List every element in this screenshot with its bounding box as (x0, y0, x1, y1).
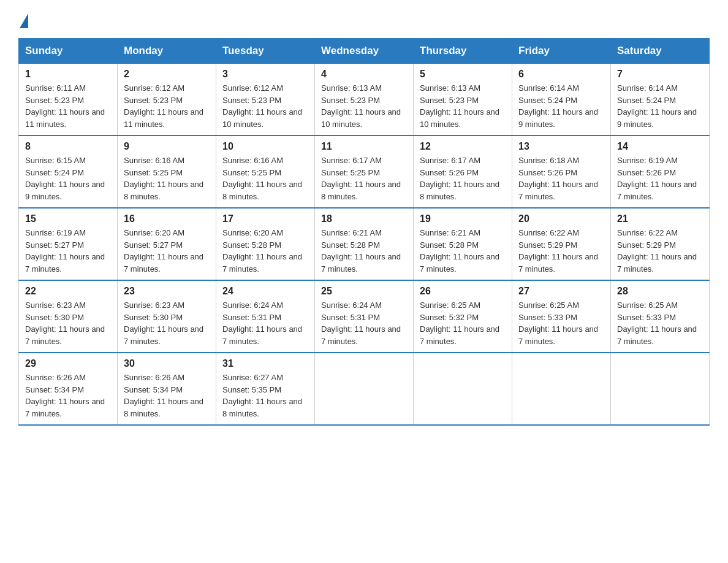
col-monday: Monday (118, 39, 216, 64)
table-row: 27Sunrise: 6:25 AMSunset: 5:33 PMDayligh… (512, 280, 611, 353)
day-number: 3 (222, 69, 308, 80)
day-number: 11 (321, 141, 407, 152)
day-number: 21 (617, 213, 703, 224)
day-number: 9 (124, 141, 210, 152)
table-row: 26Sunrise: 6:25 AMSunset: 5:32 PMDayligh… (414, 280, 512, 353)
day-info: Sunrise: 6:21 AMSunset: 5:28 PMDaylight:… (420, 227, 506, 275)
day-number: 5 (420, 69, 506, 80)
day-number: 30 (124, 358, 210, 369)
day-info: Sunrise: 6:14 AMSunset: 5:24 PMDaylight:… (617, 82, 703, 130)
col-friday: Friday (512, 39, 611, 64)
day-number: 17 (222, 213, 308, 224)
day-info: Sunrise: 6:20 AMSunset: 5:27 PMDaylight:… (124, 227, 210, 275)
day-number: 24 (222, 286, 308, 297)
col-wednesday: Wednesday (315, 39, 414, 64)
table-row: 5Sunrise: 6:13 AMSunset: 5:23 PMDaylight… (414, 64, 512, 136)
table-row: 14Sunrise: 6:19 AMSunset: 5:26 PMDayligh… (611, 136, 710, 208)
day-info: Sunrise: 6:25 AMSunset: 5:32 PMDaylight:… (420, 299, 506, 347)
day-number: 8 (25, 141, 111, 152)
day-info: Sunrise: 6:27 AMSunset: 5:35 PMDaylight:… (222, 372, 308, 419)
day-info: Sunrise: 6:23 AMSunset: 5:30 PMDaylight:… (124, 299, 210, 347)
day-number: 14 (617, 141, 703, 152)
table-row: 15Sunrise: 6:19 AMSunset: 5:27 PMDayligh… (19, 208, 118, 280)
day-number: 19 (420, 213, 506, 224)
day-info: Sunrise: 6:26 AMSunset: 5:34 PMDaylight:… (25, 372, 111, 419)
day-info: Sunrise: 6:12 AMSunset: 5:23 PMDaylight:… (124, 82, 210, 130)
col-thursday: Thursday (414, 39, 512, 64)
table-row: 13Sunrise: 6:18 AMSunset: 5:26 PMDayligh… (512, 136, 611, 208)
table-row: 24Sunrise: 6:24 AMSunset: 5:31 PMDayligh… (216, 280, 315, 353)
day-info: Sunrise: 6:12 AMSunset: 5:23 PMDaylight:… (222, 82, 308, 130)
day-info: Sunrise: 6:15 AMSunset: 5:24 PMDaylight:… (25, 155, 111, 202)
calendar-week-row: 29Sunrise: 6:26 AMSunset: 5:34 PMDayligh… (19, 353, 710, 425)
calendar-week-row: 15Sunrise: 6:19 AMSunset: 5:27 PMDayligh… (19, 208, 710, 280)
day-info: Sunrise: 6:22 AMSunset: 5:29 PMDaylight:… (617, 227, 703, 275)
day-number: 10 (222, 141, 308, 152)
table-row: 20Sunrise: 6:22 AMSunset: 5:29 PMDayligh… (512, 208, 611, 280)
calendar-week-row: 8Sunrise: 6:15 AMSunset: 5:24 PMDaylight… (19, 136, 710, 208)
table-row: 12Sunrise: 6:17 AMSunset: 5:26 PMDayligh… (414, 136, 512, 208)
table-row (414, 353, 512, 425)
page-header (18, 12, 710, 26)
table-row: 8Sunrise: 6:15 AMSunset: 5:24 PMDaylight… (19, 136, 118, 208)
day-number: 7 (617, 69, 703, 80)
day-number: 26 (420, 286, 506, 297)
day-info: Sunrise: 6:17 AMSunset: 5:25 PMDaylight:… (321, 155, 407, 202)
day-info: Sunrise: 6:21 AMSunset: 5:28 PMDaylight:… (321, 227, 407, 275)
day-info: Sunrise: 6:14 AMSunset: 5:24 PMDaylight:… (518, 82, 604, 130)
day-info: Sunrise: 6:26 AMSunset: 5:34 PMDaylight:… (124, 372, 210, 419)
table-row: 19Sunrise: 6:21 AMSunset: 5:28 PMDayligh… (414, 208, 512, 280)
day-info: Sunrise: 6:18 AMSunset: 5:26 PMDaylight:… (518, 155, 604, 202)
table-row: 21Sunrise: 6:22 AMSunset: 5:29 PMDayligh… (611, 208, 710, 280)
logo-triangle-icon (20, 13, 28, 28)
day-number: 4 (321, 69, 407, 80)
table-row: 6Sunrise: 6:14 AMSunset: 5:24 PMDaylight… (512, 64, 611, 136)
table-row: 30Sunrise: 6:26 AMSunset: 5:34 PMDayligh… (118, 353, 216, 425)
table-row: 11Sunrise: 6:17 AMSunset: 5:25 PMDayligh… (315, 136, 414, 208)
day-number: 12 (420, 141, 506, 152)
day-info: Sunrise: 6:17 AMSunset: 5:26 PMDaylight:… (420, 155, 506, 202)
day-info: Sunrise: 6:25 AMSunset: 5:33 PMDaylight:… (518, 299, 604, 347)
day-number: 18 (321, 213, 407, 224)
day-number: 27 (518, 286, 604, 297)
day-number: 22 (25, 286, 111, 297)
day-info: Sunrise: 6:11 AMSunset: 5:23 PMDaylight:… (25, 82, 111, 130)
table-row: 22Sunrise: 6:23 AMSunset: 5:30 PMDayligh… (19, 280, 118, 353)
day-number: 31 (222, 358, 308, 369)
day-number: 25 (321, 286, 407, 297)
col-tuesday: Tuesday (216, 39, 315, 64)
day-info: Sunrise: 6:24 AMSunset: 5:31 PMDaylight:… (321, 299, 407, 347)
col-sunday: Sunday (19, 39, 118, 64)
day-info: Sunrise: 6:19 AMSunset: 5:26 PMDaylight:… (617, 155, 703, 202)
table-row: 17Sunrise: 6:20 AMSunset: 5:28 PMDayligh… (216, 208, 315, 280)
table-row: 28Sunrise: 6:25 AMSunset: 5:33 PMDayligh… (611, 280, 710, 353)
day-info: Sunrise: 6:13 AMSunset: 5:23 PMDaylight:… (420, 82, 506, 130)
day-number: 28 (617, 286, 703, 297)
day-info: Sunrise: 6:23 AMSunset: 5:30 PMDaylight:… (25, 299, 111, 347)
table-row: 7Sunrise: 6:14 AMSunset: 5:24 PMDaylight… (611, 64, 710, 136)
table-row: 31Sunrise: 6:27 AMSunset: 5:35 PMDayligh… (216, 353, 315, 425)
day-number: 6 (518, 69, 604, 80)
calendar-header-row: Sunday Monday Tuesday Wednesday Thursday… (19, 39, 710, 64)
table-row: 18Sunrise: 6:21 AMSunset: 5:28 PMDayligh… (315, 208, 414, 280)
day-number: 29 (25, 358, 111, 369)
table-row (512, 353, 611, 425)
day-info: Sunrise: 6:22 AMSunset: 5:29 PMDaylight:… (518, 227, 604, 275)
table-row: 25Sunrise: 6:24 AMSunset: 5:31 PMDayligh… (315, 280, 414, 353)
day-info: Sunrise: 6:13 AMSunset: 5:23 PMDaylight:… (321, 82, 407, 130)
table-row: 9Sunrise: 6:16 AMSunset: 5:25 PMDaylight… (118, 136, 216, 208)
calendar-table: Sunday Monday Tuesday Wednesday Thursday… (18, 38, 710, 426)
day-info: Sunrise: 6:16 AMSunset: 5:25 PMDaylight:… (222, 155, 308, 202)
calendar-week-row: 1Sunrise: 6:11 AMSunset: 5:23 PMDaylight… (19, 64, 710, 136)
day-info: Sunrise: 6:16 AMSunset: 5:25 PMDaylight:… (124, 155, 210, 202)
day-number: 13 (518, 141, 604, 152)
table-row (611, 353, 710, 425)
col-saturday: Saturday (611, 39, 710, 64)
calendar-week-row: 22Sunrise: 6:23 AMSunset: 5:30 PMDayligh… (19, 280, 710, 353)
table-row: 16Sunrise: 6:20 AMSunset: 5:27 PMDayligh… (118, 208, 216, 280)
table-row: 4Sunrise: 6:13 AMSunset: 5:23 PMDaylight… (315, 64, 414, 136)
day-info: Sunrise: 6:24 AMSunset: 5:31 PMDaylight:… (222, 299, 308, 347)
logo (18, 12, 28, 26)
day-number: 16 (124, 213, 210, 224)
table-row: 29Sunrise: 6:26 AMSunset: 5:34 PMDayligh… (19, 353, 118, 425)
